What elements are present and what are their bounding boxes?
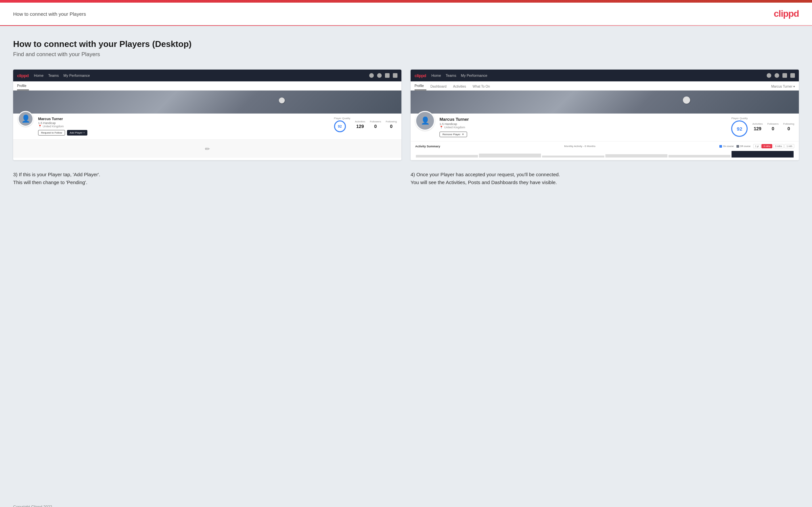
quality-circle: 92 (334, 120, 346, 132)
panel1-following-stat: Following 0 (386, 120, 397, 129)
description-row: 3) If this is your Player tap, 'Add Play… (13, 171, 799, 186)
period-1mth-button[interactable]: 1 mth (784, 144, 794, 148)
activity-title: Activity Summary (415, 145, 440, 148)
bar-5 (668, 155, 730, 158)
avatar-icon-2: 👤 (421, 116, 429, 125)
panel1-player-info: Marcus Turner 1-5 Handicap 📍 United King… (38, 117, 329, 135)
panel2-profile-section: 👤 Marcus Turner 1-5 Handicap 📍 United Ki… (411, 114, 799, 141)
panel1-quality-stat: Player Quality 92 (334, 117, 351, 132)
activities-label-2: Activities (752, 122, 763, 125)
followers-value: 0 (370, 124, 381, 129)
search-icon-2 (767, 73, 771, 78)
period-1yr-button[interactable]: 1 yr (753, 144, 761, 148)
activities-value: 129 (355, 124, 365, 129)
activities-value-2: 129 (752, 126, 763, 131)
page-footer: Copyright Clippd 2022 (0, 500, 812, 507)
panel2-followers-stat: Followers 0 (767, 122, 778, 131)
panel2-player-name: Marcus Turner (440, 117, 726, 122)
panel2-nav-performance: My Performance (461, 73, 488, 77)
panel-1: clippd Home Teams My Performance Profile (13, 69, 401, 160)
following-value-2: 0 (783, 126, 794, 131)
panel2-tab-profile[interactable]: Profile (414, 84, 426, 90)
panel1-followers-stat: Followers 0 (370, 120, 381, 129)
user-icon (377, 73, 382, 78)
panel2-following-stat: Following 0 (783, 122, 794, 131)
panel1-nav-teams: Teams (48, 73, 59, 77)
panel2-player-info: Marcus Turner 1-5 Handicap 📍 United King… (440, 117, 726, 137)
location-pin-icon: 📍 (38, 125, 42, 128)
panel2-avatar: 👤 (415, 111, 435, 130)
main-subtitle: Find and connect with your Players (13, 51, 799, 58)
activity-legend: On course Off course (719, 145, 750, 148)
description-1-text: 3) If this is your Player tap, 'Add Play… (13, 171, 401, 186)
quality-label: Player Quality (334, 117, 351, 120)
following-value: 0 (386, 124, 397, 129)
panel1-action-buttons: Request to Follow Add Player + (38, 130, 329, 135)
panels-row: clippd Home Teams My Performance Profile (13, 69, 799, 160)
panel1-stats-row: Player Quality 92 Activities 129 Followe… (334, 117, 397, 132)
period-3mths-button[interactable]: 3 mths (773, 144, 784, 148)
quality-circle-2: 92 (731, 120, 748, 137)
panel2-nav-home: Home (431, 73, 441, 77)
panel2-activity-summary: Activity Summary Monthly Activity - 6 Mo… (411, 141, 799, 160)
bar-2 (479, 154, 541, 158)
panel2-golf-banner (411, 91, 799, 114)
settings-icon-2 (782, 73, 787, 78)
panel1-nav-home: Home (34, 73, 43, 77)
panel1-nav: clippd Home Teams My Performance (13, 69, 401, 81)
followers-value-2: 0 (767, 126, 778, 131)
panel1-tabs: Profile (13, 81, 401, 91)
panel2-player-dropdown[interactable]: Marcus Turner ▾ (771, 84, 795, 90)
avatar-icon: 👤 (21, 115, 30, 123)
off-course-dot (737, 145, 739, 148)
on-course-dot (719, 145, 722, 148)
edit-icon: ✏ (205, 146, 210, 153)
panel1-tab-profile[interactable]: Profile (17, 84, 29, 90)
add-player-button[interactable]: Add Player + (67, 130, 87, 135)
panel1-nav-performance: My Performance (63, 73, 90, 77)
remove-player-button[interactable]: Remove Player ✕ (440, 131, 467, 137)
top-accent-bar (0, 0, 812, 3)
main-title: How to connect with your Players (Deskto… (13, 39, 799, 49)
legend-off-course: Off course (737, 145, 751, 148)
period-6mths-button[interactable]: 6 mths (761, 144, 772, 148)
bar-4 (605, 154, 667, 158)
description-1: 3) If this is your Player tap, 'Add Play… (13, 171, 401, 186)
breadcrumb: How to connect with your Players (13, 11, 86, 17)
panel-2: clippd Home Teams My Performance Profile… (411, 69, 799, 160)
activity-bar-chart (415, 150, 794, 158)
panel1-nav-items: Home Teams My Performance (34, 73, 90, 77)
panel2-tab-activities[interactable]: Activities (453, 84, 468, 90)
clippd-logo: clippd (774, 8, 799, 19)
globe-icon-2 (790, 73, 795, 78)
close-icon: ✕ (462, 133, 464, 136)
panel2-stats-row: Player Quality 92 Activities 129 Followe… (731, 117, 794, 137)
panel2-activities-stat: Activities 129 (752, 122, 763, 131)
period-buttons: 1 yr 6 mths 3 mths 1 mth (753, 144, 794, 148)
panel2-player-location: 📍 United Kingdom (440, 126, 726, 129)
copyright-text: Copyright Clippd 2022 (13, 505, 52, 507)
location-pin-icon-2: 📍 (440, 126, 443, 129)
followers-label-2: Followers (767, 122, 778, 125)
settings-icon (385, 73, 390, 78)
bar-6 (731, 151, 794, 158)
panel2-player-handicap: 1-5 Handicap (440, 122, 726, 126)
panel1-avatar: 👤 (18, 111, 34, 127)
panel1-logo: clippd (17, 73, 29, 78)
golf-ball (279, 98, 285, 103)
panel2-nav: clippd Home Teams My Performance (411, 69, 799, 81)
page-header: How to connect with your Players clippd (0, 3, 812, 25)
panel2-action-buttons: Remove Player ✕ (440, 131, 726, 137)
panel2-tab-what-to-on[interactable]: What To On (473, 84, 493, 90)
activity-controls: On course Off course 1 yr 6 mths 3 mths (719, 144, 794, 148)
panel2-tab-dashboard[interactable]: Dashboard (430, 84, 449, 90)
following-label: Following (386, 120, 397, 123)
main-content: How to connect with your Players (Deskto… (0, 26, 812, 500)
panel1-profile-section: 👤 Marcus Turner 1-5 Handicap 📍 United Ki… (13, 114, 401, 139)
request-follow-button[interactable]: Request to Follow (38, 130, 65, 135)
quality-label-2: Player Quality (731, 117, 748, 120)
panel2-nav-right (767, 73, 795, 78)
panel2-nav-items: Home Teams My Performance (431, 73, 487, 77)
panel1-player-name: Marcus Turner (38, 117, 329, 121)
description-2: 4) Once your Player has accepted your re… (411, 171, 799, 186)
